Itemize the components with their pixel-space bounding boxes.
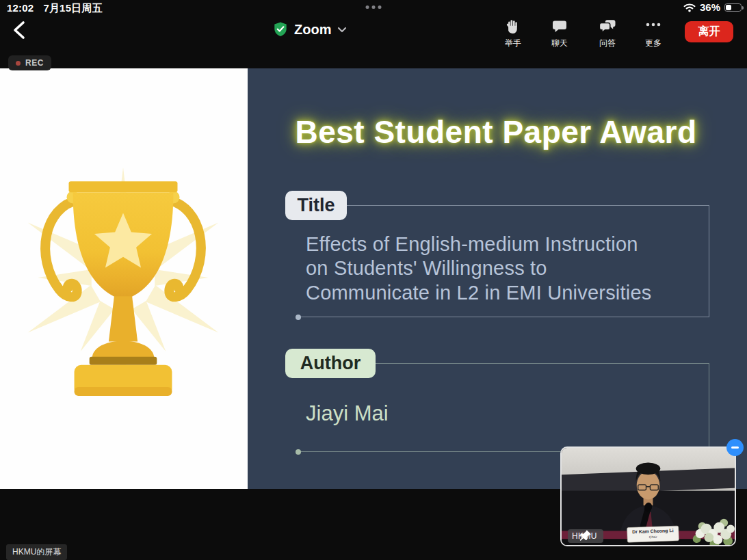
clock: 12:02 [7,2,34,15]
date: 7月15日周五 [43,2,102,15]
recording-dot-icon [16,61,21,66]
more-button[interactable]: 更多 [632,18,674,49]
author-name-text: Jiayi Mai [306,401,389,426]
status-bar: 12:02 7月15日周五 36% [0,0,747,15]
trophy-illustration [10,114,237,435]
zoom-meeting-app: 12:02 7月15日周五 36% [0,0,747,560]
system-menu-dots-icon[interactable] [366,5,382,9]
battery-percent: 36% [700,1,720,13]
meeting-info-dropdown[interactable]: Zoom [273,21,347,38]
title-box-dot [296,315,301,320]
raise-hand-label: 举手 [505,38,521,49]
shared-screen-slide: Best Student Paper Award Title Effects o… [0,68,747,489]
raise-hand-icon [505,18,522,35]
minimize-video-button[interactable] [726,439,744,456]
recording-indicator: REC [8,55,51,70]
chat-icon [551,18,568,35]
screen-share-banner: HKMU的屏幕 [6,544,67,560]
author-badge: Author [285,349,376,378]
paper-title-text: Effects of English-medium Instruction on… [306,232,651,305]
raise-hand-button[interactable]: 举手 [492,18,534,49]
meeting-title: Zoom [294,22,331,38]
meeting-toolbar: Zoom 举手 聊天 [0,15,747,59]
slide-left-panel [0,68,248,489]
wifi-icon [683,3,696,12]
minus-icon [731,446,739,449]
chat-button[interactable]: 聊天 [538,18,581,49]
participant-name-badge: HKMU [568,529,603,543]
slide-heading: Best Student Paper Award [260,114,732,150]
back-chevron-icon [10,20,28,40]
more-icon [644,18,662,35]
pin-icon [568,529,603,543]
leave-meeting-button[interactable]: 离开 [685,21,733,42]
security-shield-icon [273,21,288,38]
chevron-down-icon [337,27,347,33]
more-label: 更多 [645,38,661,49]
nameplate-title: Chair [649,535,657,539]
qa-button[interactable]: 问答 [586,18,629,49]
participant-video-thumbnail[interactable]: Dr Kam Cheong Li Chair HKMU [560,446,736,546]
recording-label: REC [25,58,44,68]
qa-icon [599,18,616,35]
back-button[interactable] [8,19,30,42]
qa-label: 问答 [599,38,616,49]
chat-label: 聊天 [551,38,568,49]
battery-icon [724,3,742,12]
author-box-dot [296,449,301,455]
title-badge: Title [285,191,347,220]
